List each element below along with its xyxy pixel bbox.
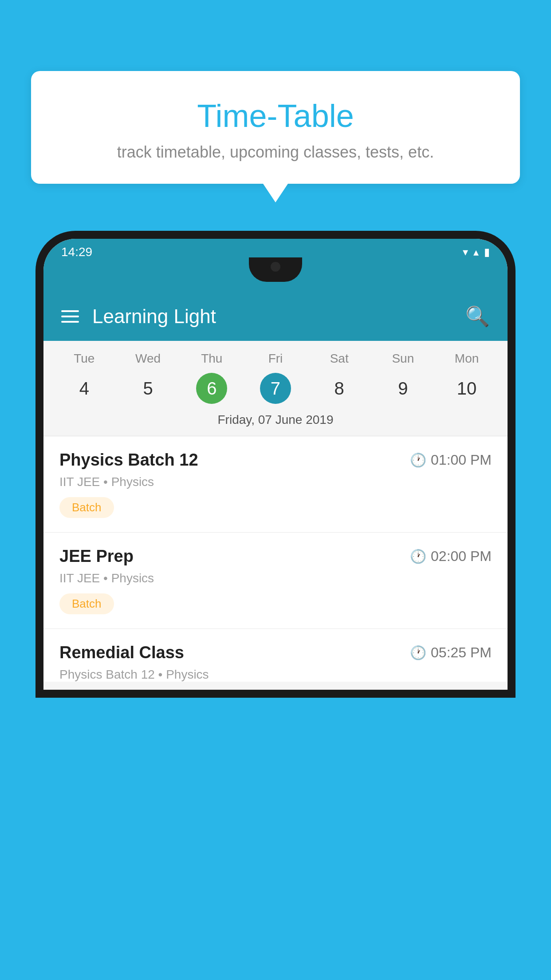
schedule-time: 🕐05:25 PM xyxy=(410,644,492,661)
clock-icon: 🕐 xyxy=(410,452,426,468)
schedule-item[interactable]: JEE Prep🕐02:00 PMIIT JEE • PhysicsBatch xyxy=(43,533,508,629)
schedule-time-text: 01:00 PM xyxy=(431,452,492,468)
day-number[interactable]: 6 xyxy=(196,373,227,404)
phone-frame: 14:29 ▾ ▴ ▮ Learning xyxy=(35,231,516,980)
day-name: Wed xyxy=(135,352,161,366)
day-number[interactable]: 9 xyxy=(387,373,418,404)
calendar-day-7[interactable]: Fri7 xyxy=(244,352,307,404)
schedule-time: 🕐02:00 PM xyxy=(410,548,492,565)
notch xyxy=(249,257,302,282)
schedule-title: Physics Batch 12 xyxy=(59,450,198,470)
app-title: Learning Light xyxy=(92,305,465,328)
calendar-day-6[interactable]: Thu6 xyxy=(180,352,244,404)
signal-icon: ▴ xyxy=(473,246,479,258)
day-number[interactable]: 5 xyxy=(133,373,164,404)
calendar-day-10[interactable]: Mon10 xyxy=(435,352,499,404)
clock-icon: 🕐 xyxy=(410,549,426,564)
selected-date-label: Friday, 07 June 2019 xyxy=(43,404,508,436)
calendar-day-4[interactable]: Tue4 xyxy=(52,352,116,404)
schedule-time-text: 05:25 PM xyxy=(431,644,492,661)
day-number[interactable]: 8 xyxy=(324,373,355,404)
notch-area xyxy=(43,265,508,292)
schedule-item[interactable]: Remedial Class🕐05:25 PMPhysics Batch 12 … xyxy=(43,629,508,682)
search-icon[interactable]: 🔍 xyxy=(465,305,490,328)
schedule-list: Physics Batch 12🕐01:00 PMIIT JEE • Physi… xyxy=(43,436,508,682)
bubble-subtitle: track timetable, upcoming classes, tests… xyxy=(49,143,502,162)
day-name: Sun xyxy=(392,352,414,366)
schedule-item-header: JEE Prep🕐02:00 PM xyxy=(59,547,492,566)
phone-screen: 14:29 ▾ ▴ ▮ Learning xyxy=(43,239,508,690)
days-header: Tue4Wed5Thu6Fri7Sat8Sun9Mon10 xyxy=(43,352,508,404)
day-name: Sat xyxy=(330,352,349,366)
batch-badge: Batch xyxy=(59,593,114,614)
status-time: 14:29 xyxy=(61,245,92,259)
schedule-item[interactable]: Physics Batch 12🕐01:00 PMIIT JEE • Physi… xyxy=(43,436,508,533)
battery-icon: ▮ xyxy=(484,246,490,258)
camera xyxy=(271,262,280,272)
day-name: Fri xyxy=(268,352,283,366)
day-name: Mon xyxy=(455,352,479,366)
schedule-item-header: Remedial Class🕐05:25 PM xyxy=(59,643,492,662)
day-number[interactable]: 10 xyxy=(451,373,482,404)
speech-bubble-container: Time-Table track timetable, upcoming cla… xyxy=(31,71,520,184)
status-icons: ▾ ▴ ▮ xyxy=(463,246,490,258)
calendar-day-9[interactable]: Sun9 xyxy=(371,352,435,404)
app-bar: Learning Light 🔍 xyxy=(43,292,508,341)
schedule-item-header: Physics Batch 12🕐01:00 PM xyxy=(59,450,492,470)
bubble-title: Time-Table xyxy=(49,98,502,134)
calendar-day-5[interactable]: Wed5 xyxy=(116,352,180,404)
schedule-title: JEE Prep xyxy=(59,547,134,566)
schedule-subtitle: IIT JEE • Physics xyxy=(59,475,492,489)
menu-button[interactable] xyxy=(61,310,79,323)
batch-badge: Batch xyxy=(59,497,114,518)
day-number[interactable]: 7 xyxy=(260,373,291,404)
clock-icon: 🕐 xyxy=(410,645,426,660)
day-name: Thu xyxy=(201,352,222,366)
schedule-subtitle: Physics Batch 12 • Physics xyxy=(59,668,492,682)
calendar-day-8[interactable]: Sat8 xyxy=(307,352,371,404)
wifi-icon: ▾ xyxy=(463,246,468,258)
day-name: Tue xyxy=(74,352,94,366)
schedule-subtitle: IIT JEE • Physics xyxy=(59,571,492,585)
schedule-time-text: 02:00 PM xyxy=(431,548,492,565)
phone-outer: 14:29 ▾ ▴ ▮ Learning xyxy=(35,231,516,698)
calendar-strip: Tue4Wed5Thu6Fri7Sat8Sun9Mon10 Friday, 07… xyxy=(43,341,508,436)
speech-bubble: Time-Table track timetable, upcoming cla… xyxy=(31,71,520,184)
schedule-time: 🕐01:00 PM xyxy=(410,452,492,468)
day-number[interactable]: 4 xyxy=(69,373,100,404)
schedule-title: Remedial Class xyxy=(59,643,184,662)
